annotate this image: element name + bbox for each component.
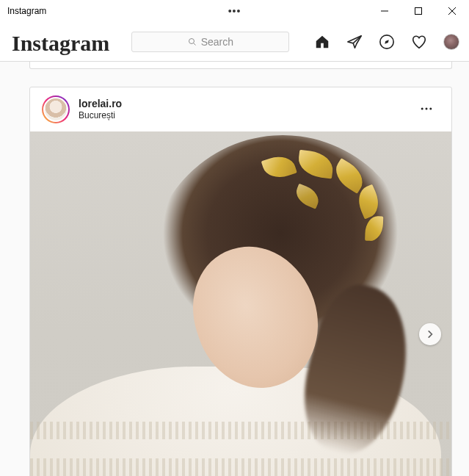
app-navbar: Instagram Search: [0, 22, 469, 62]
post-card: lorelai.ro București: [29, 87, 452, 476]
profile-avatar[interactable]: [443, 34, 459, 50]
messages-icon[interactable]: [346, 34, 363, 50]
window-close-button[interactable]: [435, 0, 469, 22]
svg-rect-1: [415, 8, 422, 15]
svg-point-11: [429, 107, 432, 109]
explore-icon[interactable]: [379, 34, 395, 50]
post-more-button[interactable]: [413, 95, 440, 124]
carousel-next-button[interactable]: [419, 323, 441, 345]
titlebar-more-icon[interactable]: •••: [228, 5, 241, 17]
svg-point-9: [421, 107, 423, 109]
window-maximize-button[interactable]: [401, 0, 435, 22]
post-header: lorelai.ro București: [30, 87, 451, 131]
svg-point-4: [189, 38, 194, 43]
svg-line-5: [193, 43, 195, 45]
window-titlebar: Instagram •••: [0, 0, 469, 22]
window-title: Instagram: [7, 6, 46, 16]
author-avatar[interactable]: [42, 95, 70, 123]
search-placeholder: Search: [201, 36, 233, 48]
previous-post-edge: [29, 62, 452, 69]
window-controls: [368, 0, 469, 22]
author-username[interactable]: lorelai.ro: [79, 98, 122, 110]
brand-logo[interactable]: Instagram: [12, 29, 109, 54]
search-input[interactable]: Search: [131, 32, 289, 52]
svg-point-10: [426, 107, 428, 109]
search-icon: [188, 37, 197, 46]
feed-scroll-area[interactable]: lorelai.ro București: [0, 62, 469, 476]
svg-marker-8: [385, 40, 390, 44]
window-minimize-button[interactable]: [368, 0, 401, 22]
post-location[interactable]: București: [79, 110, 122, 120]
nav-icons: [314, 34, 459, 50]
post-image[interactable]: [30, 131, 451, 476]
activity-icon[interactable]: [411, 34, 427, 50]
home-icon[interactable]: [314, 34, 330, 50]
